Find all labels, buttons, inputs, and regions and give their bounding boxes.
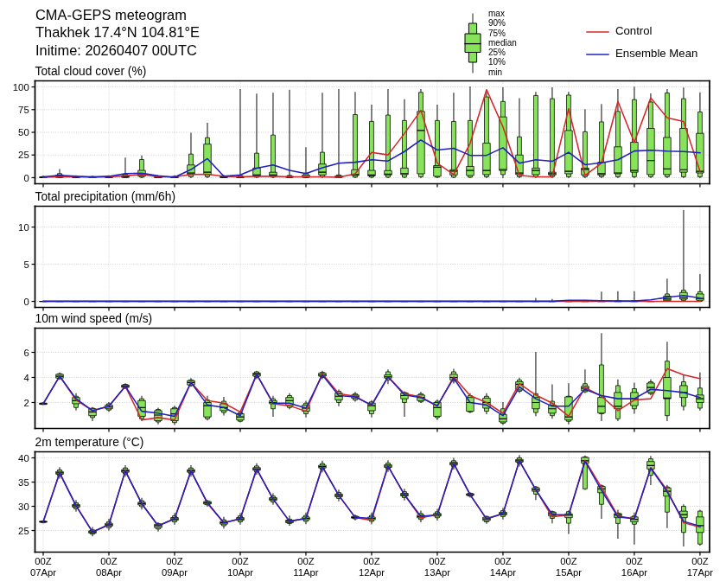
svg-text:00Z: 00Z — [691, 556, 709, 566]
svg-text:Initime: 20260407 00UTC: Initime: 20260407 00UTC — [35, 42, 197, 58]
svg-text:07Apr: 07Apr — [30, 567, 56, 578]
svg-text:Total precipitation (mm/6h): Total precipitation (mm/6h) — [35, 190, 176, 203]
svg-text:100: 100 — [13, 82, 29, 93]
svg-text:00Z: 00Z — [232, 556, 249, 566]
svg-text:10%: 10% — [488, 57, 506, 67]
svg-text:10: 10 — [18, 222, 29, 233]
svg-text:10Apr: 10Apr — [227, 567, 253, 578]
svg-text:5: 5 — [23, 259, 29, 270]
svg-text:00Z: 00Z — [429, 556, 446, 566]
svg-text:2: 2 — [23, 398, 29, 408]
svg-text:25%: 25% — [488, 48, 506, 57]
svg-text:0: 0 — [23, 297, 29, 307]
svg-text:11Apr: 11Apr — [293, 567, 319, 578]
svg-text:CMA-GEPS meteogram: CMA-GEPS meteogram — [35, 7, 187, 22]
svg-text:6: 6 — [23, 348, 29, 358]
svg-text:0: 0 — [23, 173, 29, 183]
svg-text:max: max — [488, 9, 505, 18]
svg-text:00Z: 00Z — [100, 556, 118, 566]
svg-text:4: 4 — [23, 373, 29, 383]
svg-text:00Z: 00Z — [494, 556, 512, 566]
svg-text:90%: 90% — [488, 18, 506, 28]
svg-text:00Z: 00Z — [35, 556, 52, 566]
svg-text:09Apr: 09Apr — [162, 567, 188, 578]
svg-text:min: min — [488, 67, 502, 77]
svg-text:25: 25 — [18, 150, 29, 160]
svg-text:00Z: 00Z — [166, 556, 183, 566]
svg-text:Total cloud cover (%): Total cloud cover (%) — [35, 65, 147, 78]
svg-text:00Z: 00Z — [626, 556, 643, 566]
svg-text:40: 40 — [18, 453, 29, 463]
svg-text:00Z: 00Z — [363, 556, 380, 566]
svg-text:50: 50 — [18, 127, 29, 137]
svg-text:17Apr: 17Apr — [687, 567, 713, 578]
svg-text:13Apr: 13Apr — [424, 567, 450, 578]
svg-text:75: 75 — [18, 105, 29, 115]
svg-text:2m temperature (°C): 2m temperature (°C) — [35, 436, 144, 449]
svg-text:00Z: 00Z — [560, 556, 577, 566]
svg-text:30: 30 — [18, 502, 29, 512]
svg-text:10m wind speed (m/s): 10m wind speed (m/s) — [35, 312, 153, 325]
svg-text:Ensemble Mean: Ensemble Mean — [615, 47, 697, 60]
svg-text:median: median — [488, 38, 517, 48]
svg-text:Control: Control — [615, 24, 653, 37]
svg-text:14Apr: 14Apr — [490, 567, 516, 578]
svg-text:15Apr: 15Apr — [556, 567, 582, 578]
svg-text:35: 35 — [18, 477, 29, 488]
svg-text:12Apr: 12Apr — [359, 567, 385, 578]
svg-text:16Apr: 16Apr — [621, 567, 647, 578]
svg-text:00Z: 00Z — [297, 556, 315, 566]
svg-text:08Apr: 08Apr — [96, 567, 122, 578]
svg-text:25: 25 — [18, 526, 29, 536]
svg-text:Thakhek 17.4°N 104.81°E: Thakhek 17.4°N 104.81°E — [35, 24, 200, 40]
svg-text:75%: 75% — [488, 29, 506, 38]
